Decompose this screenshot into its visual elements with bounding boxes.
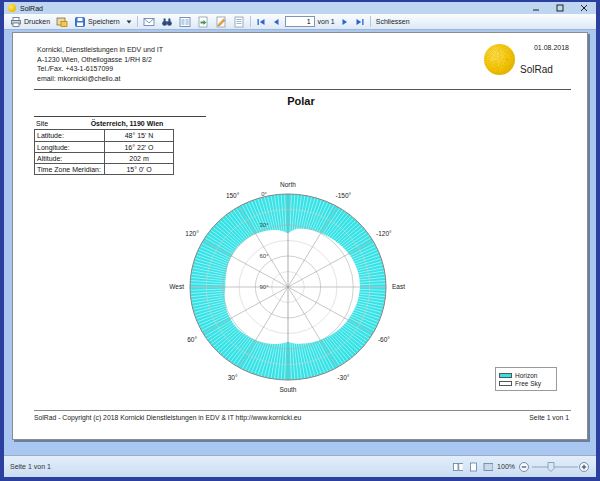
find-button[interactable] — [158, 15, 176, 29]
company-name: Kornicki, Dienstleistungen in EDV und IT — [37, 45, 163, 55]
footer-rule — [34, 410, 571, 411]
free-sky-swatch — [499, 381, 512, 386]
horizon-label: Horizon — [515, 372, 537, 379]
row-label: Altitude: — [35, 153, 105, 163]
minimize-icon — [532, 4, 540, 12]
printer-icon — [10, 16, 22, 28]
previous-page-button[interactable] — [269, 15, 283, 29]
legend-item-horizon: Horizon — [499, 371, 553, 379]
svg-text:30°: 30° — [228, 374, 238, 381]
free-sky-label: Free Sky — [515, 380, 541, 387]
brand-name: SolRad — [520, 64, 553, 75]
next-page-icon — [341, 18, 349, 26]
print-label: Drucken — [24, 18, 50, 25]
site-table: Site Österreich, 1190 Wien Latitude: 48°… — [34, 116, 206, 175]
report-date: 01.08.2018 — [534, 44, 569, 51]
page-count-label: von 1 — [318, 18, 335, 25]
columns-icon — [179, 16, 191, 28]
svg-text:West: West — [169, 283, 184, 290]
window-title: SolRad — [20, 5, 43, 12]
edit-button[interactable] — [212, 15, 230, 29]
export-button[interactable] — [194, 15, 212, 29]
zoom-level-label: 100% — [497, 463, 515, 470]
row-value: 202 m — [105, 155, 173, 162]
app-icon — [8, 4, 16, 12]
view-fit-width-button[interactable] — [482, 461, 494, 472]
svg-text:60°: 60° — [259, 253, 269, 259]
svg-text:-30°: -30° — [337, 374, 349, 381]
close-button[interactable] — [572, 2, 596, 14]
company-email: email: mkornicki@chello.at — [37, 74, 163, 84]
maximize-button[interactable] — [548, 2, 572, 14]
print-preview-area[interactable]: Kornicki, Dienstleistungen in EDV und IT… — [4, 30, 596, 457]
save-icon — [74, 16, 86, 28]
toolbar-separator — [250, 16, 251, 27]
zoom-out-button[interactable] — [520, 462, 529, 471]
svg-text:East: East — [392, 283, 405, 290]
print-setup-button[interactable] — [53, 15, 71, 29]
svg-text:-60°: -60° — [378, 336, 390, 343]
site-value: Österreich, 1190 Wien — [48, 120, 206, 127]
envelope-icon — [143, 16, 155, 28]
row-label: Time Zone Meridian: — [35, 164, 105, 174]
company-phone: Tel./Fax. +43-1-6157099 — [37, 64, 163, 74]
save-button[interactable]: Speichern — [71, 15, 123, 29]
row-value: 48° 15' N — [105, 132, 173, 139]
chevron-down-icon — [126, 20, 132, 24]
toolbar-separator — [370, 16, 371, 27]
close-preview-button[interactable]: Schliessen — [373, 15, 413, 29]
previous-page-icon — [272, 18, 280, 26]
footer-copyright: SolRad - Copyright (c) 2018 Kornicki Die… — [34, 414, 301, 421]
svg-text:150°: 150° — [226, 192, 240, 199]
zoom-slider[interactable] — [518, 461, 590, 473]
table-row: Latitude: 48° 15' N — [35, 130, 173, 141]
site-label: Site — [34, 120, 48, 127]
svg-text:90°: 90° — [259, 284, 269, 290]
site-table-header: Site Österreich, 1190 Wien — [34, 116, 206, 129]
svg-text:120°: 120° — [185, 230, 199, 237]
svg-text:North: North — [280, 181, 296, 188]
row-label: Longitude: — [35, 142, 105, 152]
company-address: A-1230 Wien, Othellogasse 1/RH 8/2 — [37, 55, 163, 65]
print-button[interactable]: Drucken — [7, 15, 53, 29]
polar-chart-area: 0°30°60°90°-150°-120°-60°-30°30°60°120°1… — [161, 173, 421, 403]
close-preview-label: Schliessen — [376, 18, 410, 25]
last-page-button[interactable] — [352, 15, 368, 29]
next-page-button[interactable] — [338, 15, 352, 29]
svg-text:0°: 0° — [261, 191, 267, 197]
text-view-button[interactable] — [230, 15, 248, 29]
header-rule — [34, 89, 571, 90]
zoom-in-button[interactable] — [580, 462, 589, 471]
one-page-icon — [468, 462, 478, 472]
first-page-icon — [256, 18, 266, 26]
polar-chart: 0°30°60°90°-150°-120°-60°-30°30°60°120°1… — [161, 173, 421, 403]
edit-page-icon — [215, 16, 227, 28]
row-value: 16° 22' O — [105, 144, 173, 151]
save-label: Speichern — [88, 18, 120, 25]
zoom-thumb[interactable] — [548, 462, 554, 471]
toolbar: Drucken Speichern — [4, 14, 596, 30]
app-window: SolRad Drucken — [0, 0, 600, 481]
toolbar-separator — [137, 16, 138, 27]
minimize-button[interactable] — [524, 2, 548, 14]
row-value: 15° 0' O — [105, 166, 173, 173]
view-one-page-button[interactable] — [467, 461, 479, 472]
document-page: Kornicki, Dienstleistungen in EDV und IT… — [12, 32, 588, 440]
svg-text:30°: 30° — [259, 222, 269, 228]
title-bar: SolRad — [4, 2, 596, 14]
horizon-swatch — [499, 373, 512, 378]
save-dropdown-button[interactable] — [123, 15, 135, 29]
status-page-label: Seite 1 von 1 — [10, 463, 51, 470]
email-button[interactable] — [140, 15, 158, 29]
close-icon — [580, 4, 588, 12]
page-number-input[interactable] — [285, 16, 315, 27]
view-two-pages-button[interactable] — [452, 461, 464, 472]
table-row: Altitude: 202 m — [35, 152, 173, 163]
svg-text:-150°: -150° — [336, 192, 352, 199]
row-label: Latitude: — [35, 130, 105, 141]
page-title: Polar — [13, 95, 589, 107]
svg-text:-120°: -120° — [376, 230, 392, 237]
layout-button[interactable] — [176, 15, 194, 29]
first-page-button[interactable] — [253, 15, 269, 29]
two-pages-icon — [453, 462, 463, 472]
